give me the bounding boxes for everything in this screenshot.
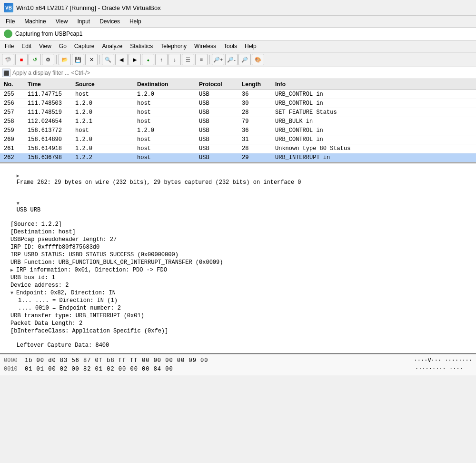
- toolbar-options-btn[interactable]: ⚙: [42, 54, 54, 65]
- pkt-no: 259: [2, 127, 26, 134]
- pkt-len: 36: [240, 91, 273, 98]
- toolbar-close-btn[interactable]: ✕: [85, 54, 98, 65]
- toolbar-save-btn[interactable]: 💾: [72, 54, 84, 65]
- pkt-src: 1.2.0: [73, 136, 135, 143]
- ws-menu-capture[interactable]: Capture: [71, 41, 98, 51]
- pkt-proto: USB: [197, 145, 240, 152]
- window-title: Win10 x64 LV2017 [Running] - Oracle VM V…: [16, 4, 161, 11]
- toolbar-search-btn[interactable]: 🔍: [102, 54, 114, 65]
- ws-menu-statistics[interactable]: Statistics: [127, 41, 156, 51]
- vm-menu-machine[interactable]: Machine: [20, 17, 50, 26]
- vm-menu-devices[interactable]: Devices: [96, 17, 124, 26]
- frame-info-text: Frame 262: 29 bytes on wire (232 bits), …: [17, 179, 301, 186]
- pkt-no: 255: [2, 91, 26, 98]
- toolbar-restart-btn[interactable]: ↺: [29, 54, 41, 65]
- toolbar-filter-btn[interactable]: ⬥: [142, 54, 154, 65]
- detail-line-12: URB transfer type: URB_INTERRUPT (0x01): [3, 312, 473, 320]
- toolbar-next-btn[interactable]: ▶: [129, 54, 141, 65]
- toolbar-zoom-reset-btn[interactable]: 🔎: [238, 54, 251, 65]
- packet-row-259[interactable]: 259 158.613772 host 1.2.0 USB 36 URB_CON…: [0, 126, 476, 135]
- ws-menu-go[interactable]: Go: [56, 41, 69, 51]
- col-protocol: Protocol: [197, 80, 240, 89]
- pkt-time: 111.748519: [26, 109, 73, 116]
- vm-menu-input[interactable]: Input: [74, 17, 94, 26]
- pkt-len: 29: [240, 154, 273, 161]
- toolbar-stop-btn[interactable]: ■: [15, 54, 28, 65]
- toolbar-down-btn[interactable]: ↓: [169, 54, 181, 65]
- pkt-info: URB_CONTROL in: [273, 136, 474, 143]
- col-destination: Destination: [135, 80, 197, 89]
- packet-rows: 255 111.747715 host 1.2.0 USB 36 URB_CON…: [0, 90, 476, 162]
- ws-menu-wireless[interactable]: Wireless: [191, 41, 219, 51]
- vm-menu-help[interactable]: Help: [126, 17, 145, 26]
- pkt-no: 262: [2, 154, 26, 161]
- pkt-info: URB_CONTROL in: [273, 127, 474, 134]
- packet-row-261[interactable]: 261 158.614918 1.2.0 host USB 28 Unknown…: [0, 144, 476, 153]
- pkt-time: 158.614890: [26, 136, 73, 143]
- hex-offset-1: 0010: [4, 365, 21, 373]
- packet-row-258[interactable]: 258 112.024654 1.2.1 host USB 79 URB_BUL…: [0, 117, 476, 126]
- ws-menu-analyze[interactable]: Analyze: [99, 41, 126, 51]
- pkt-src: 1.2.2: [73, 154, 135, 161]
- pkt-dst: 1.2.0: [135, 91, 197, 98]
- pkt-dst: host: [135, 145, 197, 152]
- detail-line-10: 1... .... = Direction: IN (1): [3, 297, 473, 304]
- ws-menu-file[interactable]: File: [2, 41, 17, 51]
- toolbar-detail-btn[interactable]: ≡: [195, 54, 208, 65]
- toolbar-zoom-out-btn[interactable]: 🔎-: [225, 54, 238, 65]
- hex-rows: 0000 1b 00 d0 83 56 87 0f b8 ff ff 00 00…: [4, 356, 472, 373]
- toolbar-list-btn[interactable]: ☰: [182, 54, 194, 65]
- ws-menu-telephony[interactable]: Telephony: [158, 41, 189, 51]
- ws-menu-edit[interactable]: Edit: [19, 41, 34, 51]
- packet-row-256[interactable]: 256 111.748503 1.2.0 host USB 30 URB_CON…: [0, 99, 476, 108]
- toolbar-open-btn[interactable]: 📂: [59, 54, 71, 65]
- pkt-proto: USB: [197, 100, 240, 107]
- pkt-dst: host: [135, 136, 197, 143]
- pkt-dst: host: [135, 118, 197, 125]
- app-icon: VB: [4, 3, 13, 12]
- pkt-time: 111.747715: [26, 91, 73, 98]
- detail-line-7: URB bus id: 1: [3, 274, 473, 282]
- ws-menu-tools[interactable]: Tools: [221, 41, 240, 51]
- toolbar: 🦈 ■ ↺ ⚙ 📂 💾 ✕ 🔍 ◀ ▶ ⬥ ↑ ↓ ☰ ≡ 🔎+ 🔎- 🔎 🎨: [0, 52, 476, 67]
- ws-menubar[interactable]: FileEditViewGoCaptureAnalyzeStatisticsTe…: [0, 40, 476, 52]
- pkt-len: 79: [240, 118, 273, 125]
- packet-row-262[interactable]: 262 158.636798 1.2.2 host USB 29 URB_INT…: [0, 153, 476, 162]
- vm-menu-view[interactable]: View: [52, 17, 72, 26]
- detail-line-3: IRP ID: 0xffffb80f875683d0: [3, 243, 473, 251]
- filter-input[interactable]: [12, 70, 474, 76]
- usb-urb-line[interactable]: ▼ USB URB: [3, 193, 473, 221]
- packet-row-257[interactable]: 257 111.748519 1.2.0 host USB 28 SET FEA…: [0, 108, 476, 117]
- packet-row-255[interactable]: 255 111.747715 host 1.2.0 USB 36 URB_CON…: [0, 90, 476, 99]
- pkt-time: 158.636798: [26, 154, 73, 161]
- detail-line-6[interactable]: ▶IRP information: 0x01, Direction: PDO -…: [3, 266, 473, 274]
- pkt-info: SET FEATURE Status: [273, 109, 474, 116]
- pkt-no: 256: [2, 100, 26, 107]
- pkt-proto: USB: [197, 154, 240, 161]
- pkt-dst: host: [135, 100, 197, 107]
- pkt-no: 258: [2, 118, 26, 125]
- toolbar-coloring-btn[interactable]: 🎨: [252, 54, 264, 65]
- pkt-no: 261: [2, 145, 26, 152]
- detail-line-9[interactable]: ▼Endpoint: 0x82, Direction: IN: [3, 289, 473, 297]
- pkt-len: 30: [240, 100, 273, 107]
- detail-line-5: URB Function: URB_FUNCTION_BULK_OR_INTER…: [3, 259, 473, 266]
- leftover-text: Leftover Capture Data: 8400: [17, 342, 109, 349]
- toolbar-up-btn[interactable]: ↑: [155, 54, 168, 65]
- packet-list: No. Time Source Destination Protocol Len…: [0, 79, 476, 163]
- col-length: Length: [240, 80, 273, 89]
- hex-ascii-0: ····V··· ········: [414, 356, 472, 365]
- toolbar-zoom-in-btn[interactable]: 🔎+: [212, 54, 224, 65]
- pkt-dst: 1.2.0: [135, 127, 197, 134]
- packet-row-260[interactable]: 260 158.614890 1.2.0 host USB 31 URB_CON…: [0, 135, 476, 144]
- ws-menu-view[interactable]: View: [36, 41, 54, 51]
- frame-expand-arrow: ▶: [17, 173, 22, 179]
- filter-bar: ⬛: [0, 67, 476, 79]
- toolbar-prev-btn[interactable]: ◀: [115, 54, 128, 65]
- ws-menu-help[interactable]: Help: [242, 41, 259, 51]
- frame-info-line[interactable]: ▶ Frame 262: 29 bytes on wire (232 bits)…: [3, 165, 473, 193]
- vm-menu-file[interactable]: File: [2, 17, 19, 26]
- toolbar-shark-btn[interactable]: 🦈: [2, 54, 14, 65]
- pkt-src: host: [73, 91, 135, 98]
- expand-arrow-6: ▶: [10, 267, 16, 273]
